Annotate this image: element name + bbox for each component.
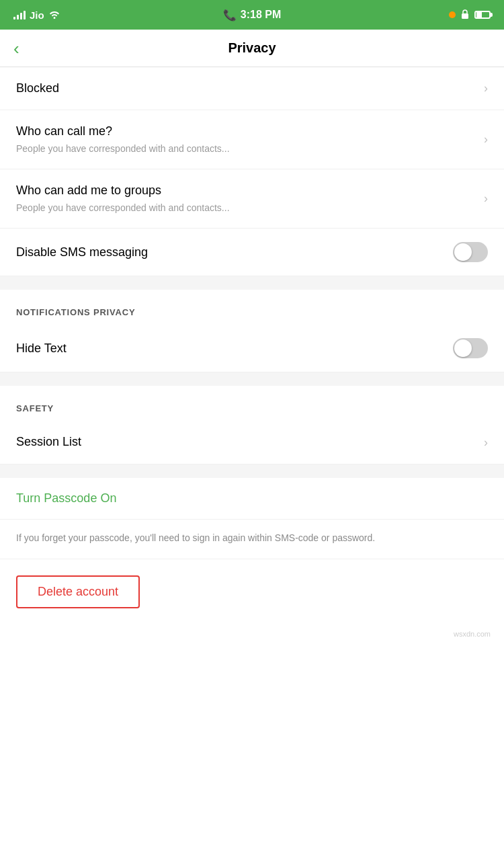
who-can-add-menu-item[interactable]: Who can add me to groups People you have… bbox=[0, 169, 504, 229]
page-title: Privacy bbox=[228, 40, 276, 56]
time-label: 3:18 PM bbox=[241, 9, 281, 21]
spacer-3 bbox=[0, 465, 504, 478]
blocked-item-left: Blocked bbox=[16, 81, 477, 96]
blocked-chevron: › bbox=[484, 81, 488, 95]
status-center: 📞 3:18 PM bbox=[223, 9, 281, 22]
passcode-section: Turn Passcode On bbox=[0, 478, 504, 520]
status-right bbox=[449, 9, 491, 22]
blocked-title: Blocked bbox=[16, 81, 477, 96]
lock-icon bbox=[460, 9, 470, 22]
spacer-1 bbox=[0, 276, 504, 290]
who-can-call-title: Who can call me? bbox=[16, 124, 477, 139]
who-can-add-title: Who can add me to groups bbox=[16, 183, 477, 198]
who-can-call-menu-item[interactable]: Who can call me? People you have corresp… bbox=[0, 110, 504, 169]
signal-bars bbox=[13, 10, 26, 19]
phone-icon: 📞 bbox=[223, 9, 237, 22]
hide-text-toggle-knob bbox=[454, 339, 472, 357]
svg-rect-0 bbox=[462, 13, 468, 19]
who-can-call-subtitle: People you have corresponded with and co… bbox=[16, 143, 477, 156]
passcode-link[interactable]: Turn Passcode On bbox=[16, 491, 116, 505]
delete-account-button[interactable]: Delete account bbox=[16, 575, 140, 608]
status-left: Jio bbox=[13, 9, 60, 21]
recording-dot bbox=[449, 11, 456, 18]
passcode-info-text: If you forget your passcode, you'll need… bbox=[16, 532, 375, 543]
status-bar: Jio 📞 3:18 PM bbox=[0, 0, 504, 30]
who-can-call-chevron: › bbox=[484, 132, 488, 147]
notifications-header-text: NOTIFICATIONS PRIVACY bbox=[16, 307, 135, 317]
back-button[interactable]: ‹ bbox=[13, 40, 19, 57]
safety-section-header: SAFETY bbox=[0, 386, 504, 421]
sms-toggle-knob bbox=[454, 243, 472, 261]
who-can-add-chevron: › bbox=[484, 192, 488, 206]
session-list-left: Session List bbox=[16, 434, 477, 450]
content: Blocked › Who can call me? People you ha… bbox=[0, 67, 504, 643]
hide-text-label: Hide Text bbox=[16, 341, 67, 356]
watermark: wsxdn.com bbox=[0, 624, 504, 643]
wifi-icon bbox=[48, 9, 60, 21]
hide-text-toggle[interactable] bbox=[453, 338, 488, 358]
nav-bar: ‹ Privacy bbox=[0, 30, 504, 67]
sms-toggle[interactable] bbox=[453, 242, 488, 262]
who-can-call-left: Who can call me? People you have corresp… bbox=[16, 124, 477, 155]
notifications-section-header: NOTIFICATIONS PRIVACY bbox=[0, 290, 504, 325]
who-can-add-subtitle: People you have corresponded with and co… bbox=[16, 202, 477, 215]
session-list-title: Session List bbox=[16, 434, 477, 450]
hide-text-toggle-row: Hide Text bbox=[0, 325, 504, 372]
safety-header-text: SAFETY bbox=[16, 403, 54, 413]
sms-toggle-row: Disable SMS messaging bbox=[0, 229, 504, 276]
sms-toggle-label: Disable SMS messaging bbox=[16, 245, 148, 259]
session-list-chevron: › bbox=[484, 436, 488, 450]
battery-icon bbox=[474, 11, 491, 19]
who-can-add-left: Who can add me to groups People you have… bbox=[16, 183, 477, 214]
carrier-label: Jio bbox=[30, 9, 44, 21]
delete-account-section: Delete account bbox=[0, 559, 504, 624]
spacer-2 bbox=[0, 372, 504, 386]
session-list-menu-item[interactable]: Session List › bbox=[0, 421, 504, 464]
blocked-menu-item[interactable]: Blocked › bbox=[0, 67, 504, 110]
passcode-info: If you forget your passcode, you'll need… bbox=[0, 520, 504, 559]
